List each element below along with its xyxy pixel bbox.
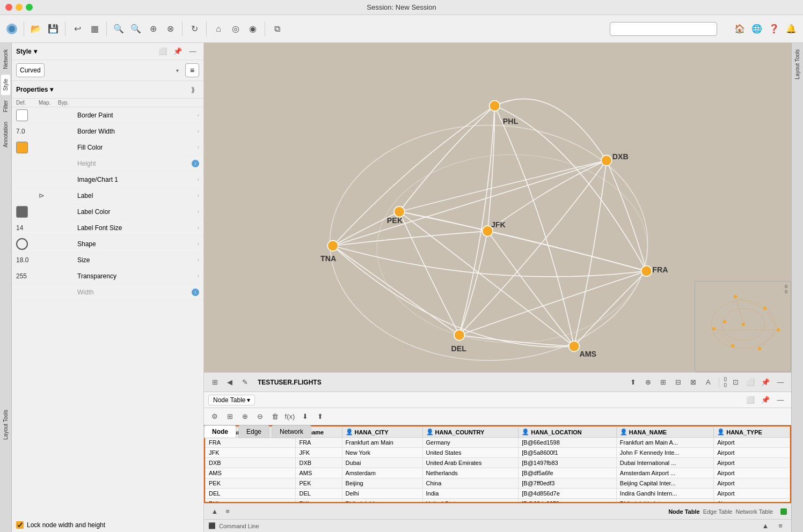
edge-table-bottom-tab[interactable]: Edge Table bbox=[703, 508, 733, 515]
node-AMS[interactable] bbox=[569, 341, 580, 352]
grid-view-icon[interactable]: ⊞ bbox=[208, 376, 221, 389]
delete-icon[interactable]: 🗑 bbox=[268, 410, 281, 423]
home-icon[interactable]: ⌂ bbox=[211, 21, 226, 36]
table-close-icon[interactable]: — bbox=[774, 394, 787, 407]
label-font-size-arrow[interactable]: › bbox=[198, 225, 199, 231]
network-canvas[interactable]: PHL DXB PEK JFK TNA FRA bbox=[204, 43, 791, 372]
style-type-dropdown[interactable]: Curved bbox=[16, 63, 45, 77]
pin-icon[interactable]: 📌 bbox=[171, 45, 184, 58]
label-color-arrow[interactable]: › bbox=[198, 209, 199, 215]
node-FRA[interactable] bbox=[641, 266, 652, 277]
th-hana-country[interactable]: 👤 HANA_COUNTRY bbox=[422, 427, 519, 438]
border-paint-swatch-wrap[interactable] bbox=[16, 109, 39, 121]
size-arrow[interactable]: › bbox=[198, 257, 199, 263]
edge-mode-tab[interactable]: Edge bbox=[238, 425, 269, 438]
layout-tools-tab[interactable]: Layout Tools bbox=[0, 403, 12, 446]
cmd-list[interactable]: ≡ bbox=[774, 520, 787, 533]
settings-icon[interactable]: ⚙ bbox=[208, 410, 221, 423]
maximize-button[interactable] bbox=[26, 4, 33, 11]
window-controls[interactable] bbox=[5, 4, 33, 11]
fill-color-swatch-wrap[interactable] bbox=[16, 142, 39, 153]
zoom-fit-icon[interactable]: ⊕ bbox=[145, 21, 160, 36]
close-canvas-icon[interactable]: — bbox=[774, 376, 787, 389]
hide-icon[interactable]: ◎ bbox=[228, 21, 243, 36]
columns-icon[interactable]: ⊞ bbox=[223, 410, 236, 423]
label-color-swatch[interactable] bbox=[16, 206, 28, 218]
shape-swatch[interactable] bbox=[16, 238, 28, 250]
border-paint-arrow[interactable]: › bbox=[198, 112, 199, 118]
fill-color-arrow[interactable]: › bbox=[198, 144, 199, 150]
fill-color-swatch[interactable] bbox=[16, 142, 28, 153]
node-PHL[interactable] bbox=[490, 100, 500, 111]
menu-button[interactable]: ≡ bbox=[185, 63, 199, 77]
node-TNA[interactable] bbox=[327, 240, 338, 251]
add-row-icon[interactable]: ⊕ bbox=[238, 410, 251, 423]
node-DEL[interactable] bbox=[454, 330, 465, 341]
table-icon[interactable]: ▦ bbox=[87, 21, 102, 36]
export-table-icon[interactable]: ⬆ bbox=[313, 410, 326, 423]
th-hana-type[interactable]: 👤 HANA_TYPE bbox=[714, 427, 790, 438]
node-mode-tab[interactable]: Node bbox=[204, 425, 236, 438]
style-type-dropdown-wrap[interactable]: Curved bbox=[16, 63, 182, 77]
table-expand-icon[interactable]: ⬜ bbox=[744, 394, 757, 407]
expand-canvas-icon[interactable]: ⬜ bbox=[744, 376, 757, 389]
label-arrow[interactable]: › bbox=[198, 193, 199, 198]
node-table-tab[interactable]: Node Table ▾ bbox=[208, 395, 255, 405]
select-icon[interactable]: ⊕ bbox=[641, 376, 654, 389]
annotation-tab[interactable]: Annotation bbox=[1, 117, 10, 152]
border-paint-swatch[interactable] bbox=[16, 109, 28, 121]
label-color-swatch-wrap[interactable] bbox=[16, 206, 39, 218]
border-width-arrow[interactable]: › bbox=[198, 128, 199, 134]
close-panel-icon[interactable]: — bbox=[186, 45, 199, 58]
table-pin-icon[interactable]: 📌 bbox=[759, 394, 772, 407]
zoom-select-icon[interactable]: ⊗ bbox=[163, 21, 178, 36]
network-mode-tab[interactable]: Network bbox=[272, 425, 311, 438]
style-tab[interactable]: Style bbox=[1, 75, 10, 95]
lock-checkbox[interactable] bbox=[16, 521, 24, 529]
pin-canvas-icon[interactable]: 📌 bbox=[759, 376, 772, 389]
bottom-list-icon[interactable]: ≡ bbox=[221, 505, 234, 518]
shape-swatch-wrap[interactable] bbox=[16, 238, 39, 250]
layout-tools-right-tab[interactable]: Layout Tools bbox=[793, 45, 802, 84]
show-icon[interactable]: ◉ bbox=[245, 21, 260, 36]
import-table-icon[interactable]: ⬇ bbox=[298, 410, 311, 423]
formula-icon[interactable]: f(x) bbox=[283, 410, 296, 423]
save-icon[interactable]: 💾 bbox=[46, 21, 61, 36]
layout-tools-label[interactable]: Layout Tools bbox=[1, 405, 10, 444]
bottom-settings-icon[interactable]: ▲ bbox=[208, 505, 221, 518]
select2-icon[interactable]: ⊞ bbox=[656, 376, 669, 389]
select3-icon[interactable]: ⊟ bbox=[671, 376, 684, 389]
back-icon[interactable]: ◀ bbox=[223, 376, 236, 389]
import-icon[interactable]: ↩ bbox=[70, 21, 85, 36]
transparency-arrow[interactable]: › bbox=[198, 273, 199, 279]
export-icon[interactable]: ⬆ bbox=[626, 376, 639, 389]
height-info-icon[interactable]: i bbox=[192, 160, 199, 167]
zoom-in-icon[interactable]: 🔍 bbox=[111, 21, 126, 36]
select4-icon[interactable]: ⊠ bbox=[687, 376, 699, 389]
th-hana-location[interactable]: 👤 HANA_LOCATION bbox=[519, 427, 617, 438]
th-hana-name[interactable]: 👤 HANA_NAME bbox=[616, 427, 713, 438]
remove-row-icon[interactable]: ⊖ bbox=[253, 410, 266, 423]
minimize-button[interactable] bbox=[16, 4, 23, 11]
expand-icon[interactable]: ⬜ bbox=[156, 45, 169, 58]
refresh-icon[interactable]: ↻ bbox=[187, 21, 202, 36]
network-table-bottom-tab[interactable]: Network Table bbox=[736, 508, 773, 515]
network-tab[interactable]: Network bbox=[1, 45, 10, 73]
width-info-icon[interactable]: i bbox=[192, 289, 199, 296]
search-input[interactable] bbox=[614, 25, 713, 33]
text-icon[interactable]: A bbox=[702, 376, 714, 389]
help-icon[interactable]: ❓ bbox=[766, 21, 782, 36]
node-DXB[interactable] bbox=[601, 155, 612, 166]
shape-arrow[interactable]: › bbox=[198, 241, 199, 247]
copy-icon[interactable]: ⧉ bbox=[269, 21, 284, 36]
search-box[interactable] bbox=[610, 22, 717, 36]
minimap-toggle-icon[interactable]: ⊡ bbox=[729, 376, 742, 389]
props-expand-icon[interactable]: ⟫ bbox=[186, 83, 199, 96]
zoom-out-icon[interactable]: 🔍 bbox=[128, 21, 143, 36]
close-button[interactable] bbox=[5, 4, 12, 11]
cmd-arrow-up[interactable]: ▲ bbox=[759, 520, 772, 533]
globe-icon[interactable]: 🌐 bbox=[749, 21, 764, 36]
label-map-icon[interactable]: ⊳ bbox=[39, 191, 58, 200]
edit-icon[interactable]: ✎ bbox=[238, 376, 251, 389]
home-nav-icon[interactable]: 🏠 bbox=[732, 21, 747, 36]
